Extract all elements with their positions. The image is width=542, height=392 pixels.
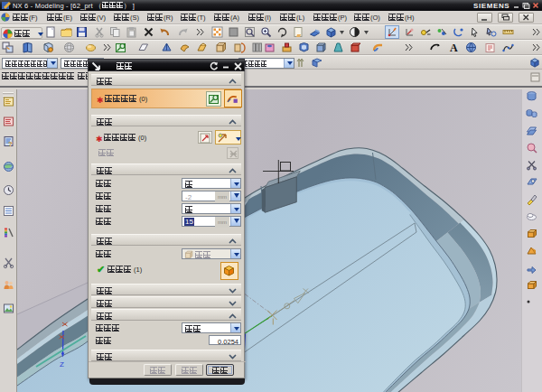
svg-text:Z: Z <box>60 360 64 369</box>
svg-text:?: ? <box>8 140 13 148</box>
svg-text:A: A <box>450 42 458 54</box>
